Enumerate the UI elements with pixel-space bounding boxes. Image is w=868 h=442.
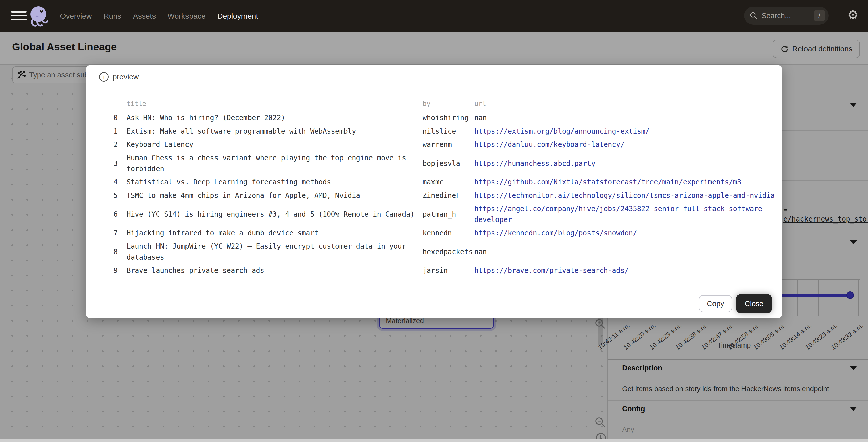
dagster-logo-icon[interactable]: [28, 5, 49, 27]
hamburger-menu-icon[interactable]: [11, 11, 27, 21]
story-title: Ask HN: Who is hiring? (December 2022): [118, 113, 423, 123]
story-title: Hive (YC S14) is hiring engineers #3, 4 …: [118, 209, 423, 220]
story-url: nan: [474, 113, 780, 123]
story-title: Launch HN: JumpWire (YC W22) – Easily en…: [118, 241, 423, 262]
url-column-header: url: [474, 98, 780, 109]
table-row: 4Statistical vs. Deep Learning forecasti…: [99, 176, 780, 189]
dialog-header: i preview: [86, 65, 782, 89]
preview-dialog: i preview titlebyurl0Ask HN: Who is hiri…: [86, 65, 782, 318]
row-index: 6: [99, 209, 118, 220]
table-row: 6Hive (YC S14) is hiring engineers #3, 4…: [99, 202, 780, 226]
table-header-row: titlebyurl: [99, 98, 780, 111]
story-author: maxmc: [423, 177, 474, 188]
top-navbar: OverviewRunsAssetsWorkspaceDeployment Se…: [0, 0, 868, 32]
story-title: Extism: Make all software programmable w…: [118, 126, 423, 136]
story-title: Statistical vs. Deep Learning forecastin…: [118, 177, 423, 188]
story-url: nan: [474, 247, 780, 257]
story-author: whoishiring: [423, 113, 474, 123]
table-row: 2Keyboard Latencywarrenmhttps://danluu.c…: [99, 138, 780, 151]
story-author: ZinedineF: [423, 190, 474, 201]
row-index: 3: [99, 158, 118, 169]
story-url-link[interactable]: https://danluu.com/keyboard-latency/: [474, 139, 780, 150]
story-url-link[interactable]: https://humanchess.abcd.party: [474, 158, 780, 169]
story-author: jarsin: [423, 265, 474, 276]
row-index: 4: [99, 177, 118, 188]
story-author: kennedn: [423, 227, 474, 239]
row-index: 5: [99, 190, 118, 201]
nav-item-assets[interactable]: Assets: [133, 12, 156, 21]
nav-item-workspace[interactable]: Workspace: [167, 12, 206, 21]
row-index: 8: [99, 247, 118, 257]
nav-item-deployment[interactable]: Deployment: [217, 12, 258, 21]
story-title: Hijacking infrared to make a dumb device…: [118, 227, 423, 239]
story-url-link[interactable]: https://kennedn.com/blog/posts/snowdon/: [474, 227, 780, 239]
nav-item-runs[interactable]: Runs: [103, 12, 122, 21]
row-index: 1: [99, 126, 118, 136]
story-author: bopjesvla: [423, 158, 474, 169]
nav-items: OverviewRunsAssetsWorkspaceDeployment: [60, 0, 258, 32]
search-icon: [749, 11, 758, 20]
preview-table: titlebyurl0Ask HN: Who is hiring? (Decem…: [99, 98, 780, 277]
story-author: nilslice: [423, 126, 474, 136]
story-author: warrenm: [423, 139, 474, 150]
story-url-link[interactable]: https://angel.co/company/hive/jobs/24358…: [474, 203, 780, 225]
story-title: TSMC to make 4nm chips in Arizona for Ap…: [118, 190, 423, 201]
dialog-title: preview: [113, 72, 138, 81]
story-title: Human Chess is a chess variant where pla…: [118, 153, 423, 174]
table-row: 5TSMC to make 4nm chips in Arizona for A…: [99, 189, 780, 202]
story-author: hexedpackets: [423, 247, 474, 257]
search-input[interactable]: Search... /: [744, 6, 829, 25]
story-url-link[interactable]: https://techmonitor.ai/technology/silico…: [474, 190, 780, 201]
search-shortcut-badge: /: [813, 10, 825, 21]
gear-icon[interactable]: ⚙: [847, 7, 859, 22]
story-url-link[interactable]: https://github.com/Nixtla/statsforecast/…: [474, 177, 780, 188]
story-author: patman_h: [423, 209, 474, 220]
story-url-link[interactable]: https://brave.com/private-search-ads/: [474, 265, 780, 276]
row-index: 0: [99, 113, 118, 123]
by-column-header: by: [423, 98, 474, 109]
title-column-header: title: [118, 98, 423, 109]
copy-button[interactable]: Copy: [699, 295, 732, 312]
nav-item-overview[interactable]: Overview: [60, 12, 92, 21]
horizontal-scrollbar[interactable]: [0, 440, 868, 442]
table-row: 8Launch HN: JumpWire (YC W22) – Easily e…: [99, 240, 780, 264]
story-title: Brave launches private search ads: [118, 265, 423, 276]
row-index: 7: [99, 227, 118, 239]
table-row: 1Extism: Make all software programmable …: [99, 125, 780, 138]
row-index: 2: [99, 139, 118, 150]
search-placeholder: Search...: [762, 11, 813, 20]
table-row: 7Hijacking infrared to make a dumb devic…: [99, 226, 780, 240]
story-title: Keyboard Latency: [118, 139, 423, 150]
info-icon: i: [99, 72, 108, 82]
table-row: 0Ask HN: Who is hiring? (December 2022)w…: [99, 111, 780, 125]
story-url-link[interactable]: https://extism.org/blog/announcing-extis…: [474, 126, 780, 136]
dialog-actions: Copy Close: [699, 294, 772, 313]
close-button[interactable]: Close: [736, 294, 772, 313]
row-index: 9: [99, 265, 118, 276]
table-row: 3Human Chess is a chess variant where pl…: [99, 151, 780, 176]
table-row: 9Brave launches private search adsjarsin…: [99, 264, 780, 277]
